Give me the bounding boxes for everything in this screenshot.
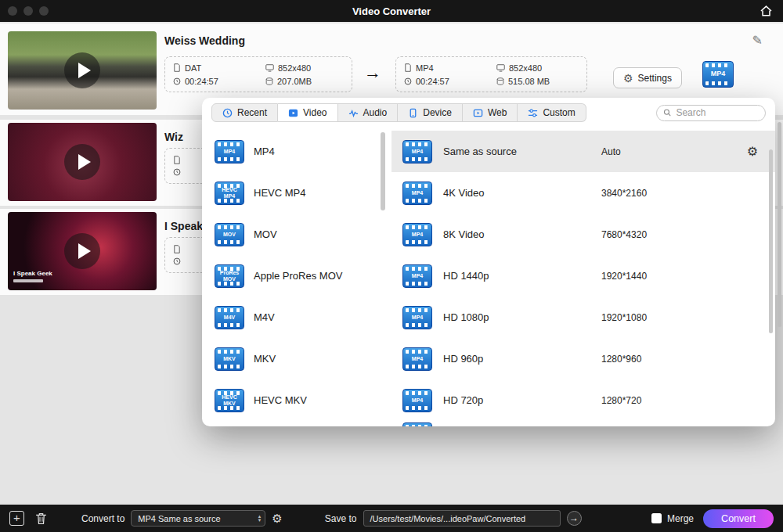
edit-name-icon[interactable]: ✎ bbox=[752, 33, 763, 48]
format-label: MOV bbox=[254, 228, 277, 240]
format-item-prores-mov[interactable]: ProRes MOV Apple ProRes MOV bbox=[202, 255, 392, 297]
clock-icon bbox=[404, 77, 412, 85]
merge-control: Merge bbox=[651, 513, 694, 524]
preset-icon: MP4 bbox=[402, 223, 432, 246]
main-area: Weiss Wedding ✎ DAT 852x480 00:24:57 20 bbox=[0, 22, 783, 505]
convert-to-value: MP4 Same as source bbox=[138, 514, 220, 523]
convert-settings-gear-icon[interactable]: ⚙ bbox=[272, 512, 282, 524]
minimize-window-button[interactable] bbox=[23, 6, 33, 16]
format-item-hevc-mkv[interactable]: HEVC MKV HEVC MKV bbox=[202, 379, 392, 421]
home-icon[interactable] bbox=[760, 5, 772, 20]
source-size: 207.0MB bbox=[265, 77, 344, 86]
preset-icon: MP4 bbox=[402, 140, 432, 164]
format-list-scrollbar[interactable] bbox=[381, 132, 385, 210]
format-label: M4V bbox=[254, 311, 275, 323]
preset-hd-1440p[interactable]: MP4 HD 1440p 1920*1440 bbox=[392, 255, 775, 297]
settings-button[interactable]: ⚙ Settings bbox=[613, 67, 682, 88]
format-item-hevc-mp4[interactable]: HEVC MP4 HEVC MP4 bbox=[202, 172, 392, 214]
preset-gear-icon[interactable]: ⚙ bbox=[747, 144, 758, 159]
output-info-box: MP4 852x480 00:24:57 515.08 MB bbox=[395, 56, 587, 92]
tab-video[interactable]: Video bbox=[278, 103, 337, 122]
format-label: Apple ProRes MOV bbox=[254, 270, 342, 282]
format-label: MP4 bbox=[254, 146, 275, 157]
format-icon: HEVC MP4 bbox=[215, 182, 244, 205]
format-item-mkv[interactable]: MKV MKV bbox=[202, 338, 392, 379]
open-folder-button[interactable]: → bbox=[567, 511, 582, 526]
preset-icon: MP4 bbox=[402, 264, 432, 288]
search-input[interactable] bbox=[676, 107, 759, 118]
save-to-label: Save to bbox=[325, 513, 357, 524]
output-duration: 00:24:57 bbox=[404, 77, 496, 86]
popup-header: Recent Video Audio Device bbox=[202, 98, 775, 128]
preset-hd-720p[interactable]: MP4 HD 720p 1280*720 bbox=[392, 379, 775, 421]
convert-button[interactable]: Convert bbox=[703, 509, 774, 528]
preset-value: Auto bbox=[601, 146, 621, 157]
close-window-button[interactable] bbox=[8, 6, 17, 16]
monitor-icon bbox=[496, 64, 505, 72]
preset-4k-video[interactable]: MP4 4K Video 3840*2160 bbox=[392, 172, 775, 214]
tab-label: Web bbox=[488, 107, 507, 118]
dropdown-stepper-icon: ▲▼ bbox=[257, 515, 262, 523]
thumbnail-caption: I Speak Geek bbox=[13, 270, 52, 282]
preset-same-as-source[interactable]: MP4 Same as source Auto ⚙ bbox=[392, 131, 775, 172]
video-icon bbox=[288, 108, 298, 118]
settings-label: Settings bbox=[638, 73, 672, 84]
preset-value: 1920*1080 bbox=[601, 312, 647, 323]
size-icon bbox=[265, 77, 273, 85]
preset-icon: MP4 bbox=[402, 347, 432, 371]
play-icon[interactable] bbox=[64, 52, 100, 88]
merge-label: Merge bbox=[667, 513, 694, 524]
format-item-mp4[interactable]: MP4 MP4 bbox=[202, 131, 392, 172]
merge-checkbox[interactable] bbox=[651, 513, 662, 523]
clock-icon bbox=[173, 168, 181, 176]
preset-label: HD 960p bbox=[443, 353, 483, 365]
video-thumbnail[interactable]: I Speak Geek bbox=[8, 212, 157, 290]
tab-device[interactable]: Device bbox=[398, 103, 463, 122]
format-picker-popup: Recent Video Audio Device bbox=[202, 98, 775, 426]
format-item-mov[interactable]: MOV MOV bbox=[202, 214, 392, 255]
preset-8k-video[interactable]: MP4 8K Video 7680*4320 bbox=[392, 214, 775, 255]
preset-icon: MP4 bbox=[402, 182, 432, 205]
file-icon bbox=[173, 63, 181, 72]
preset-label: HD 1440p bbox=[443, 270, 489, 282]
delete-button[interactable] bbox=[35, 512, 47, 525]
output-format-icon[interactable]: MP4 bbox=[702, 61, 734, 88]
video-thumbnail[interactable] bbox=[8, 123, 157, 201]
preset-value: 3840*2160 bbox=[601, 188, 647, 199]
source-resolution-text: 852x480 bbox=[278, 63, 311, 73]
preset-hd-1080p[interactable]: MP4 HD 1080p 1920*1080 bbox=[392, 297, 775, 338]
titlebar: Video Converter bbox=[0, 0, 783, 22]
trash-icon bbox=[35, 512, 47, 525]
tab-audio[interactable]: Audio bbox=[338, 103, 399, 122]
file-title: Wiz bbox=[164, 131, 183, 143]
convert-to-dropdown[interactable]: MP4 Same as source ▲▼ bbox=[131, 510, 265, 527]
format-item-m4v[interactable]: M4V M4V bbox=[202, 297, 392, 338]
preset-icon bbox=[402, 422, 432, 426]
source-format-text: DAT bbox=[185, 63, 201, 73]
preset-value: 7680*4320 bbox=[601, 229, 647, 240]
audio-wave-icon bbox=[348, 108, 359, 118]
clock-icon bbox=[173, 77, 181, 85]
format-list: MP4 MP4 HEVC MP4 HEVC MP4 MOV MOV ProRes… bbox=[202, 128, 392, 426]
window-scrollbar[interactable] bbox=[778, 122, 781, 327]
film-icon-label: MP4 bbox=[703, 67, 733, 81]
play-icon[interactable] bbox=[64, 233, 100, 269]
tab-web[interactable]: Web bbox=[463, 103, 518, 122]
preset-list: MP4 Same as source Auto ⚙ MP4 4K Video 3… bbox=[392, 128, 775, 426]
preset-list-scrollbar[interactable] bbox=[769, 149, 773, 333]
preset-icon: MP4 bbox=[402, 306, 432, 329]
format-label: MKV bbox=[254, 353, 276, 365]
video-thumbnail[interactable] bbox=[8, 31, 157, 110]
zoom-window-button[interactable] bbox=[39, 6, 49, 16]
app-window: Video Converter Weiss Wedding ✎ DAT 852x… bbox=[0, 0, 783, 532]
save-path-field[interactable]: /Users/test/Movies/...ideoPaw/Converted bbox=[363, 510, 561, 527]
preset-hd-960p[interactable]: MP4 HD 960p 1280*960 bbox=[392, 338, 775, 379]
play-icon[interactable] bbox=[64, 144, 100, 180]
tab-recent[interactable]: Recent bbox=[211, 103, 278, 122]
add-file-button[interactable]: + bbox=[9, 511, 24, 526]
search-box[interactable] bbox=[656, 105, 766, 121]
clock-icon bbox=[173, 257, 181, 265]
source-duration: 00:24:57 bbox=[173, 77, 265, 86]
preset-row-partial[interactable] bbox=[392, 421, 775, 426]
tab-custom[interactable]: Custom bbox=[518, 103, 586, 122]
